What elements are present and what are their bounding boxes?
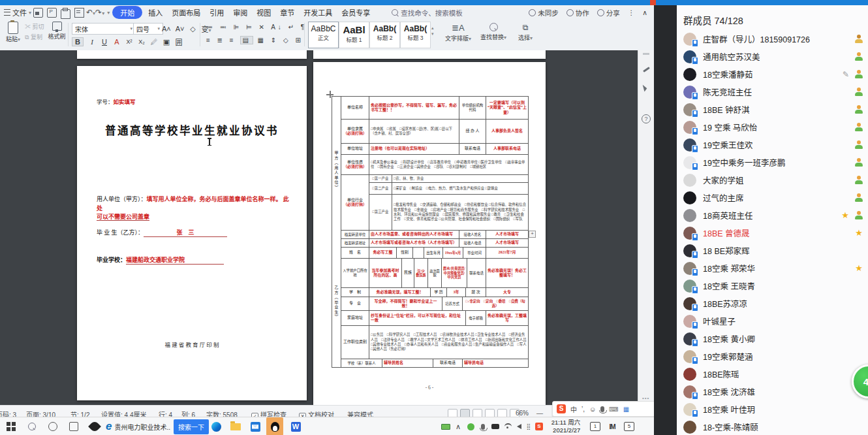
cortana-button[interactable] [44,417,61,435]
volume-tray-icon[interactable] [514,417,523,435]
zoom-out-button[interactable]: — [536,410,543,417]
tray-green-app-icon[interactable] [465,417,476,435]
phone-link-tray-icon[interactable] [440,417,452,435]
start-button[interactable] [3,417,20,435]
ime-mode-chinese[interactable]: 中 [570,404,577,414]
member-row[interactable]: 18BE苏凉凉 ✎ ★ [677,295,868,312]
network-tray-icon[interactable] [503,417,513,435]
tab-page-layout[interactable]: 页面布局 [167,6,205,19]
print-button[interactable] [61,9,70,19]
tab-section[interactable]: 章节 [275,6,299,19]
quick-access-more-icon[interactable]: ▾ [107,10,110,16]
taskbar-clock[interactable]: 21:11 周六2021/2/27 [546,417,586,435]
tab-references[interactable]: 引用 [205,6,228,19]
member-row[interactable]: 19空中乘务一班李彦鹏 ✎ ★ [677,153,868,171]
tray-device-icon[interactable] [489,417,501,435]
tab-member[interactable]: 会员专享 [337,6,375,19]
paste-button[interactable]: 粘贴▾ [3,22,23,43]
shading-button[interactable]: ▣ [163,38,170,46]
style-heading3[interactable]: AaBb(标题 3 [400,22,431,48]
member-row[interactable]: 庄智群（导儿）18159091726 ✎ ★ [677,30,868,48]
highlight-button[interactable]: 🖉 [150,38,158,46]
ime-punctuation[interactable]: ’, [581,406,585,413]
tray-mic-icon[interactable] [478,417,488,435]
file-menu[interactable]: 文件 ▾ [4,7,31,18]
member-row[interactable]: 大家的学姐 ✎ ★ [677,171,868,189]
superscript-button[interactable]: X² [125,39,133,45]
bold-button[interactable]: B [72,37,84,46]
find-replace-button[interactable]: 查找替换▾ [479,23,508,41]
member-row[interactable]: 18空乘 王晓青 ✎ ★ [677,277,868,295]
member-row[interactable]: 18空乘 沈济雄 ✎ ★ [677,383,868,400]
more-tools-icon[interactable]: ••• [642,395,649,401]
member-row[interactable]: 18空乘 郑荣华 ✎ ★ [677,259,868,277]
member-row[interactable]: 18 BE郑家辉 ✎ ★ [677,242,868,259]
emoji-icon[interactable]: ☺ [589,406,596,413]
browser-window-button[interactable]: e 贵州电力职业技术... [106,417,171,435]
task-view-button[interactable] [65,417,82,435]
notification-window-2[interactable]: 5 [623,417,636,435]
im-tray-icon[interactable]: IM [604,417,620,435]
style-gallery-arrows[interactable]: ▴▾ [431,25,434,37]
redo-button[interactable]: ↷▾ [95,8,104,17]
tab-dev-tools[interactable]: 开发工具 [299,6,337,19]
export-pdf-button[interactable] [47,8,57,18]
style-heading1[interactable]: AaBl标题 1 [339,22,369,48]
member-row[interactable]: 叶铖星子 ✎ ★ [677,312,868,330]
document-area[interactable]: 学号：如实填写 普通高等学校毕业生就业协议书 用人单位（甲方）：填写用人单位全称… [0,50,654,405]
font-name-select[interactable]: 宋体▾ [72,23,136,35]
clear-format-button[interactable]: ◇ [189,25,197,33]
tray-expand-icon[interactable]: ∧ [453,417,463,435]
text-layout-button[interactable]: ≣A 文字排版▾ [444,23,473,42]
tab-home[interactable]: 开始 [112,6,142,19]
style-heading2[interactable]: AaBb(标题 2 [369,22,400,48]
member-row[interactable]: 通用航空苏汉美 ✎ ★ [677,48,868,65]
cut-button[interactable]: ✂ 剪切 [25,22,44,32]
shrink-font-button[interactable]: A˅ [176,25,185,33]
keyboard-icon[interactable]: ⌨ [609,406,618,413]
tab-review[interactable]: 审阅 [228,6,252,19]
tab-insert[interactable]: 插入 [144,6,167,19]
sogou-logo-icon[interactable]: S [557,404,566,413]
paragraph-group-bottom[interactable]: ≡ ≣ ≡ ▤ ▦ ⇕ ◇ ⊞ [206,37,303,44]
member-row[interactable]: 19空乘王佳欢 ✎ ★ [677,136,868,153]
wps-button[interactable]: W [287,417,304,435]
collapse-ribbon-icon[interactable]: ∧ [642,8,647,16]
notification-window-1[interactable]: 1 [589,417,602,435]
ink-annotate-icon[interactable] [642,66,650,74]
tab-view[interactable]: 视图 [252,6,275,19]
active-search-window-button[interactable]: 搜索一下 [174,417,209,435]
sogou-tray-icon[interactable]: S [534,417,544,435]
enclose-char-button[interactable]: 囲 [175,37,183,47]
font-color-button[interactable]: A [113,38,121,46]
zoom-level[interactable]: 66% [516,410,529,417]
undo-button[interactable]: ↶▾ [86,8,95,17]
subscript-button[interactable]: X₂ [138,39,146,45]
sync-status[interactable]: 未同步 [529,8,559,18]
format-painter-button[interactable]: 格式刷 [47,22,67,40]
table-resize-icon[interactable]: + [529,231,536,238]
member-row[interactable]: 18空乘潘静茹 ✎ ★ [677,65,868,83]
member-row[interactable]: 19 空乘 马欣怡 ✎ ★ [677,118,868,136]
edge-browser-button[interactable] [208,417,225,435]
member-list[interactable]: 庄智群（导儿）18159091726 ✎ ★ 通用航空苏汉美 ✎ ★ [677,30,868,435]
font-size-select[interactable]: 四号▾ [133,23,163,35]
style-normal[interactable]: AaBbC正文 [308,22,339,48]
member-row[interactable]: 18BE陈瑶 ✎ ★ [677,365,868,383]
page-right[interactable]: + 甲方（用人单位） 乙方（毕业生） 单位名称 务必按照公章抄写，不得简写、错写… [313,62,546,405]
mail-button[interactable] [247,417,264,435]
italic-button[interactable]: I [88,38,96,46]
member-row[interactable]: 18-空乘-陈靖颐 ✎ ★ [677,418,868,435]
member-row[interactable]: 陈无竞班主任 ✎ ★ [677,83,868,101]
page-left[interactable]: 学号：如实填写 普通高等学校毕业生就业协议书 用人单位（甲方）：填写用人单位全称… [77,66,307,400]
file-explorer-button[interactable] [227,417,244,435]
scrollbar-thumb[interactable] [643,53,649,55]
member-row[interactable]: 18空乘 叶佳玥 ✎ ★ [677,400,868,418]
taskbar-search-button[interactable] [23,417,40,435]
share-button[interactable]: 分享 [597,8,620,18]
pointer-tool-icon[interactable] [643,84,648,92]
member-row[interactable]: 18BE 钟舒淇 ✎ ★ [677,101,868,118]
save-button[interactable] [33,8,43,18]
paragraph-group-top[interactable]: ≔ ≕ ⊫ ⊨ ✕ A↓ ↵ ¶ [206,24,307,31]
grow-font-button[interactable]: A˄ [162,25,171,33]
